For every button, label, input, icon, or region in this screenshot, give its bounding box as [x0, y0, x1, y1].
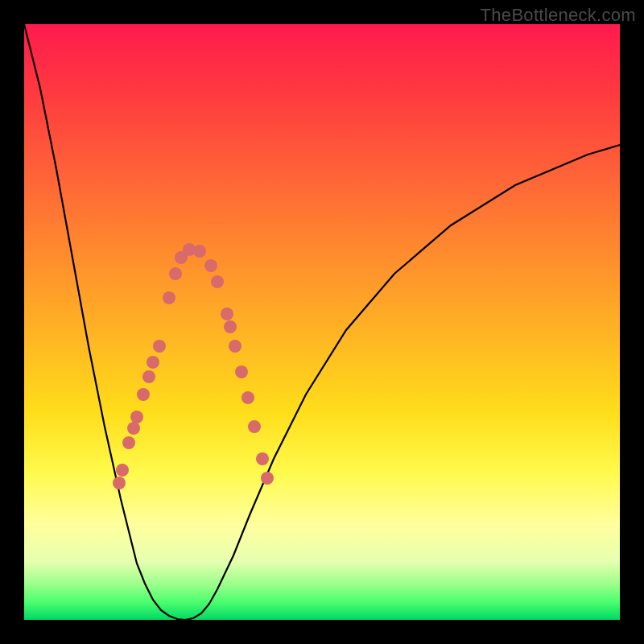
marker-dot	[261, 472, 274, 485]
marker-dot	[235, 365, 248, 378]
marker-dot	[169, 267, 182, 280]
marker-dot	[147, 356, 159, 369]
marker-dot	[221, 308, 233, 320]
marker-dot	[224, 320, 237, 333]
marker-dot	[256, 452, 269, 465]
marker-dot	[130, 411, 143, 423]
marker-dot	[248, 420, 261, 433]
marker-group	[113, 243, 274, 489]
marker-dot	[116, 464, 129, 477]
marker-dot	[229, 340, 242, 353]
marker-dot	[122, 436, 135, 449]
marker-dot	[153, 340, 166, 353]
curve-right-path	[185, 145, 620, 620]
marker-dot	[163, 291, 175, 304]
watermark-text: TheBottleneck.com	[481, 5, 636, 26]
marker-dot	[242, 391, 254, 404]
marker-dot	[193, 245, 206, 258]
chart-plot-area	[24, 24, 620, 620]
chart-svg	[24, 24, 620, 620]
curve-left-path	[24, 24, 185, 620]
marker-dot	[142, 370, 155, 383]
marker-dot	[137, 388, 150, 401]
marker-dot	[211, 275, 224, 288]
marker-dot	[204, 259, 217, 272]
marker-dot	[127, 422, 140, 435]
marker-dot	[113, 477, 126, 489]
chart-frame: TheBottleneck.com	[0, 0, 644, 644]
